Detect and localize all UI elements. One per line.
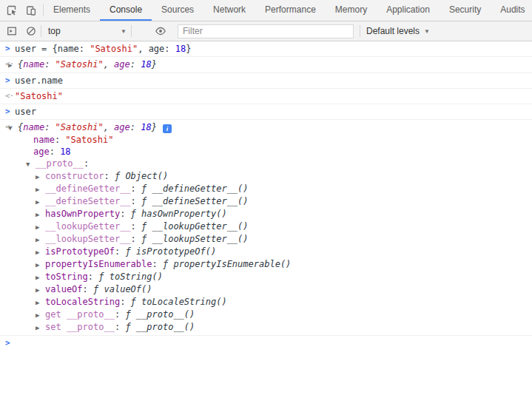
tree-caret-right-icon[interactable]: ▶ xyxy=(36,284,45,296)
token-plain: : xyxy=(44,59,55,70)
tree-caret-right-icon[interactable]: ▶ xyxy=(36,271,45,283)
tree-caret-right-icon[interactable]: ▶ xyxy=(36,196,45,208)
token-plain: : xyxy=(88,271,98,282)
device-toolbar-button[interactable] xyxy=(21,1,41,19)
tab-application[interactable]: Application xyxy=(377,0,440,21)
tab-sources[interactable]: Sources xyxy=(152,0,203,21)
console-row: user xyxy=(0,106,532,118)
console-row: ▶propertyIsEnumerable: ƒ propertyIsEnume… xyxy=(0,258,532,271)
token-key: propertyIsEnumerable xyxy=(45,259,152,269)
token-key: toLocaleString xyxy=(45,297,120,307)
live-expression-button[interactable] xyxy=(151,22,170,40)
token-plain: : xyxy=(131,221,141,232)
tab-console[interactable]: Console xyxy=(100,0,152,21)
token-key: age xyxy=(114,59,130,70)
token-key: valueOf xyxy=(45,284,83,294)
token-plain: user = {name: xyxy=(15,44,90,54)
panel-tabs: ElementsConsoleSourcesNetworkPerformance… xyxy=(44,0,532,21)
tab-security[interactable]: Security xyxy=(440,0,491,21)
log-levels-dropdown[interactable]: Default levels ▼ xyxy=(360,24,436,38)
token-func: ƒ propertyIsEnumerable() xyxy=(163,259,291,269)
tree-caret-right-icon[interactable]: ▶ xyxy=(36,209,45,220)
tree-caret-right-icon[interactable]: ▶ xyxy=(36,234,45,246)
tree-caret-right-icon[interactable]: ▶ xyxy=(36,259,45,271)
token-func: ƒ hasOwnProperty() xyxy=(131,209,227,219)
device-toolbar-icon xyxy=(25,4,37,16)
prompt-chevron-icon: > xyxy=(5,43,10,55)
toolbar-separator xyxy=(41,25,41,37)
token-func: ƒ valueOf() xyxy=(93,284,152,294)
console-sidebar-button[interactable] xyxy=(2,22,21,40)
tree-caret-right-icon[interactable]: ▶ xyxy=(36,297,45,308)
console-result: <·"Satoshi" xyxy=(0,89,532,104)
token-key: age xyxy=(33,146,50,157)
console-sidebar-icon xyxy=(6,25,18,37)
token-plain: user.name xyxy=(15,75,63,86)
console-result: <·▼{name: "Satoshi", age: 18}iname: "Sat… xyxy=(0,120,532,336)
tree-caret-right-icon[interactable]: ▶ xyxy=(36,309,45,321)
console-input[interactable]: > xyxy=(0,336,532,339)
console-row: ▶isPrototypeOf: ƒ isPrototypeOf() xyxy=(0,246,532,258)
token-string: "Satoshi" xyxy=(55,59,104,70)
chevron-down-icon: ▼ xyxy=(121,28,127,35)
prompt-chevron-icon: > xyxy=(5,106,10,118)
console-row: ▶__lookupGetter__: ƒ __lookupGetter__() xyxy=(0,220,532,233)
console-row: ▶toLocaleString: ƒ toLocaleString() xyxy=(0,296,532,308)
token-func: ƒ __proto__() xyxy=(125,309,195,320)
result-arrow-icon: <· xyxy=(5,121,13,133)
token-plain: } xyxy=(186,44,191,54)
token-string: "Satoshi" xyxy=(90,44,138,54)
tree-caret-right-icon[interactable]: ▶ xyxy=(36,246,45,258)
token-plain: , xyxy=(104,122,114,132)
clear-console-button[interactable] xyxy=(21,22,41,40)
tab-elements[interactable]: Elements xyxy=(44,0,100,21)
token-key: isPrototypeOf xyxy=(45,246,115,257)
tabbar-icon-group xyxy=(0,0,43,21)
tree-caret-right-icon[interactable]: ▶ xyxy=(36,322,45,334)
token-number: 18 xyxy=(175,44,186,54)
token-key: age xyxy=(114,122,130,132)
result-arrow-icon: <· xyxy=(5,90,13,102)
console-row: ▶get __proto__: ƒ __proto__() xyxy=(0,308,532,321)
console-row: ▶__lookupSetter__: ƒ __lookupSetter__() xyxy=(0,233,532,246)
console-row: ▶__defineGetter__: ƒ __defineGetter__() xyxy=(0,183,532,195)
tab-network[interactable]: Network xyxy=(203,0,255,21)
devtools-tabbar: ElementsConsoleSourcesNetworkPerformance… xyxy=(0,0,532,21)
console-row: ▶hasOwnProperty: ƒ hasOwnProperty() xyxy=(0,208,532,220)
tree-caret-right-icon[interactable]: ▶ xyxy=(36,171,45,183)
inspect-button[interactable] xyxy=(2,1,21,19)
context-selector[interactable]: top ▼ xyxy=(44,24,131,38)
tree-caret-down-icon[interactable]: ▼ xyxy=(26,158,36,170)
tree-caret-right-icon[interactable]: ▶ xyxy=(36,183,45,195)
token-key: name xyxy=(33,135,55,145)
tab-audits[interactable]: Audits xyxy=(491,0,532,21)
token-number: 18 xyxy=(141,122,151,132)
token-plain: : xyxy=(130,59,141,70)
console-command: >user = {name: "Satoshi", age: 18} xyxy=(0,41,532,57)
token-keydim: __defineGetter__ xyxy=(45,183,131,194)
console-row: ▶__defineSetter__: ƒ __defineSetter__() xyxy=(0,195,532,208)
filter-input[interactable] xyxy=(178,24,354,38)
log-levels-label: Default levels xyxy=(366,26,420,36)
console-row: ▶constructor: ƒ Object() xyxy=(0,170,532,183)
token-func: ƒ __lookupGetter__() xyxy=(141,221,249,232)
tab-memory[interactable]: Memory xyxy=(326,0,377,21)
inspect-icon xyxy=(6,4,18,16)
token-key: name xyxy=(23,59,44,70)
token-plain: : xyxy=(50,146,60,157)
token-func: ƒ isPrototypeOf() xyxy=(125,246,216,257)
tree-caret-right-icon[interactable]: ▶ xyxy=(36,221,45,233)
chevron-down-icon: ▼ xyxy=(424,28,430,35)
token-keydim: __lookupSetter__ xyxy=(45,234,131,244)
prompt-chevron-icon: > xyxy=(5,337,10,349)
token-plain: : xyxy=(130,122,141,132)
live-expression-eye-icon xyxy=(155,25,166,37)
tab-performance[interactable]: Performance xyxy=(255,0,326,21)
console-row: ▼{name: "Satoshi", age: 18}i xyxy=(0,121,532,134)
token-keydim: constructor xyxy=(45,171,104,181)
console-command: >user.name xyxy=(0,73,532,89)
console-row: age: 18 xyxy=(0,146,532,158)
console-row: "Satoshi" xyxy=(0,90,532,102)
token-keydim: __proto__ xyxy=(36,158,84,169)
info-icon[interactable]: i xyxy=(163,124,172,133)
